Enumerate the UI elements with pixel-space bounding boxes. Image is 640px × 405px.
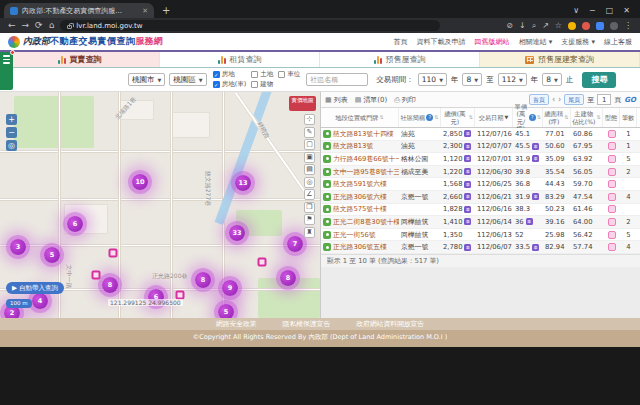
building-type-icon[interactable]	[608, 155, 616, 163]
back-icon[interactable]: ←	[8, 21, 16, 30]
cluster-marker[interactable]: 5	[44, 247, 60, 263]
address-link[interactable]: 慈文路813號	[333, 141, 373, 151]
window-restore-icon[interactable]: ∨	[573, 7, 579, 15]
checkbox-車位[interactable]: 車位	[278, 70, 300, 79]
next-page-icon[interactable]: ›	[558, 95, 561, 104]
parking-included-icon[interactable]: 車	[464, 181, 471, 188]
column-header-1[interactable]: 社區簡稱?⇅	[399, 108, 441, 127]
tab-close-icon[interactable]: ✕	[142, 7, 148, 15]
parking-adjusted-icon[interactable]: 車	[532, 155, 539, 162]
browser-menu-icon[interactable]: ⋮	[624, 21, 632, 30]
window-minimize-icon[interactable]: −	[589, 7, 596, 15]
parking-adjusted-icon[interactable]: 車	[532, 244, 539, 251]
address-link[interactable]: 慈文路591號六樓	[333, 179, 387, 189]
polygon-select-tool[interactable]: ▣	[304, 152, 315, 163]
map-locate-button[interactable]: ◎	[6, 140, 17, 151]
building-type-icon[interactable]	[608, 243, 616, 251]
header-nav-item[interactable]: 回舊版網站	[475, 37, 510, 47]
locate-on-map-icon[interactable]	[323, 193, 331, 201]
table-row[interactable]: 慈文路813號油苑2,300車112/07/0745.5車50.6067.951	[321, 141, 640, 154]
building-type-icon[interactable]	[608, 205, 616, 213]
table-row[interactable]: 正光二街8巷30號十樓回樺囍筑1,410車112/06/1436車39.1664…	[321, 216, 640, 229]
building-type-icon[interactable]	[608, 168, 616, 176]
parking-adjusted-icon[interactable]: 車	[532, 143, 539, 150]
map-pin-marker[interactable]	[92, 271, 101, 280]
column-header-6[interactable]: 主建物佔比(%)⇅	[571, 108, 603, 127]
prev-page-icon[interactable]: ‹	[552, 95, 555, 104]
footer-link[interactable]: 網路安全政策	[216, 319, 257, 329]
locate-on-map-icon[interactable]	[323, 142, 331, 150]
sort-icon[interactable]: ⇅	[434, 115, 438, 121]
draw-tool[interactable]: ✎	[304, 127, 315, 138]
cluster-marker[interactable]: 7	[287, 236, 303, 252]
footer-link[interactable]: 隱私權保護宣告	[283, 319, 331, 329]
search-button[interactable]: 搜尋	[582, 72, 616, 88]
sort-icon[interactable]: ⇅	[537, 115, 541, 121]
column-header-5[interactable]: 總面積(坪)⇅	[543, 108, 571, 127]
parking-included-icon[interactable]: 車	[464, 168, 471, 175]
sort-icon[interactable]: ⇅	[596, 115, 600, 121]
cluster-marker[interactable]: 13	[235, 175, 251, 191]
address-link[interactable]: 慈文路813號十四樓	[333, 129, 394, 139]
header-nav-item[interactable]: 支援服務 ▾	[561, 37, 595, 47]
table-row[interactable]: 文中一路95巷8號十三樓福成至美1,220車112/06/3039.835.54…	[321, 166, 640, 179]
building-type-icon[interactable]	[608, 218, 616, 226]
cluster-marker[interactable]: 6	[67, 216, 83, 232]
parking-included-icon[interactable]: 車	[464, 143, 471, 150]
to-year-select[interactable]: 112▼	[498, 73, 527, 86]
header-nav-item[interactable]: 首頁	[394, 37, 408, 47]
print-button[interactable]: ⎙列印	[394, 95, 416, 105]
zoom-out-button[interactable]: −	[6, 127, 17, 138]
table-row[interactable]: 正光路306號五樓京懋一號2,780車112/06/0733.5車82.9457…	[321, 241, 640, 254]
browser-tab[interactable]: 內政部:不動產交易實價查詢服... ✕	[4, 3, 154, 18]
extension-icon[interactable]	[568, 22, 576, 30]
map-pin-marker[interactable]	[258, 258, 267, 267]
screenshot-tool[interactable]: ▤	[304, 164, 315, 175]
locate-on-map-icon[interactable]	[323, 243, 331, 251]
header-nav-item[interactable]: 相關連結 ▾	[519, 37, 553, 47]
city-select[interactable]: 桃園市▼	[128, 73, 165, 86]
locate-on-map-icon[interactable]	[323, 168, 331, 176]
locate-on-map-icon[interactable]	[323, 231, 331, 239]
home-icon[interactable]: ⌂	[49, 21, 55, 30]
parking-included-icon[interactable]: 車	[464, 218, 471, 225]
locate-on-map-icon[interactable]	[323, 180, 331, 188]
address-bar[interactable]: lvr.land.moi.gov.tw	[60, 20, 440, 31]
help-icon[interactable]: ?	[426, 114, 433, 121]
sort-icon[interactable]: ▼	[504, 115, 508, 121]
address-link[interactable]: 正光二街8巷30號十樓	[333, 217, 399, 227]
building-type-icon[interactable]	[608, 180, 616, 188]
address-link[interactable]: 正光路306號六樓	[333, 192, 387, 202]
table-row[interactable]: 正光路306號六樓京懋一號2,660車112/06/2131.9車83.2947…	[321, 191, 640, 204]
auto-query-button[interactable]: ▶ 自動帶入查詢	[6, 282, 64, 294]
column-header-8[interactable]: 筆數	[620, 108, 637, 127]
bookmark-star-icon[interactable]: ☆	[555, 21, 562, 30]
parking-included-icon[interactable]: 車	[464, 206, 471, 213]
cluster-marker[interactable]: 10	[132, 174, 148, 190]
price-map-toggle[interactable]: 實價地圖	[289, 96, 316, 111]
window-close-icon[interactable]: ✕	[623, 7, 630, 15]
new-tab-button[interactable]: +	[162, 3, 170, 18]
coords-tool[interactable]: ⊹	[304, 114, 315, 125]
building-type-icon[interactable]	[608, 142, 616, 150]
locate-on-map-icon[interactable]	[323, 155, 331, 163]
from-year-select[interactable]: 110▼	[418, 73, 447, 86]
download-icon[interactable]: ↓	[519, 21, 526, 30]
flag-tool[interactable]: ⚑	[304, 214, 315, 225]
tab-租賃查詢[interactable]: 租賃查詢	[160, 52, 320, 67]
first-page-button[interactable]: 首頁	[529, 94, 549, 105]
extension-icon[interactable]	[596, 22, 604, 30]
tab-買賣查詢[interactable]: 買賣查詢	[0, 52, 160, 67]
header-nav-item[interactable]: 資料下載及申請	[417, 37, 466, 47]
address-link[interactable]: 正光路306號五樓	[333, 242, 387, 252]
sort-icon[interactable]: ⇅	[380, 115, 384, 121]
table-row[interactable]: 正光一街56號回樺囍筑1,350112/06/135225.9856.425	[321, 229, 640, 242]
advanced-filter-toggle[interactable]	[0, 52, 13, 90]
window-maximize-icon[interactable]: □	[606, 7, 614, 15]
address-link[interactable]: 文中一路95巷8號十三樓	[333, 167, 399, 177]
cart-button[interactable]: ▤清單(0)	[355, 95, 388, 105]
cluster-marker[interactable]: 5	[218, 304, 234, 318]
table-row[interactable]: 慈文路591號六樓1,568車112/06/2536.844.4359.70	[321, 178, 640, 191]
parking-included-icon[interactable]: 車	[464, 193, 471, 200]
last-page-button[interactable]: 尾頁	[564, 94, 584, 105]
